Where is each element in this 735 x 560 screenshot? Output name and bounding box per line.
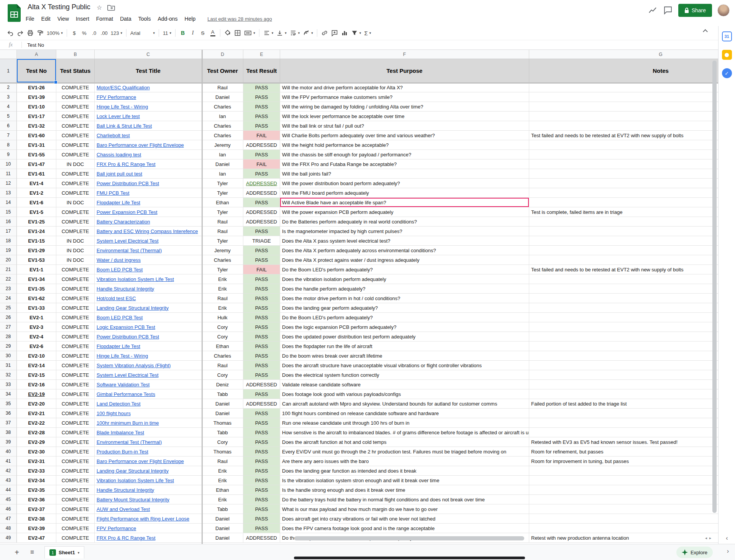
cell-test-title-link[interactable]: Battery Characterization: [95, 217, 202, 227]
show-side-panel-icon[interactable]: ›: [727, 548, 729, 555]
row-number[interactable]: 38: [0, 428, 17, 437]
cell-test-no[interactable]: EV2-21: [17, 409, 56, 418]
cell-test-title-link[interactable]: 100 flight hours: [95, 409, 202, 418]
cell-test-status[interactable]: COMPLETE: [56, 447, 95, 457]
cell-notes[interactable]: [529, 112, 718, 121]
cell-test-owner[interactable]: Hulk: [202, 313, 243, 322]
cell-test-owner[interactable]: Tabb: [202, 389, 243, 399]
cell-test-title-link[interactable]: 100hr minimum Burn in time: [95, 418, 202, 428]
filter-button[interactable]: ▾: [349, 28, 363, 38]
cell-test-purpose[interactable]: Does the updated power distribution test…: [280, 332, 529, 342]
cell-notes[interactable]: [529, 92, 718, 102]
cell-test-result[interactable]: PASS: [243, 524, 280, 533]
comments-icon[interactable]: [663, 5, 673, 15]
cell-test-owner[interactable]: Daniel: [202, 92, 243, 102]
cell-test-no[interactable]: EV2-34: [17, 476, 56, 485]
cell-test-purpose[interactable]: Does the flopdapter run the life of airc…: [280, 342, 529, 351]
cell-test-status[interactable]: COMPLETE: [56, 284, 95, 294]
cell-test-status[interactable]: COMPLETE: [56, 524, 95, 533]
cell-notes[interactable]: [529, 524, 718, 533]
cell-test-title-link[interactable]: FRX Pro & RC Range Test: [95, 159, 202, 169]
row-number[interactable]: 44: [0, 485, 17, 495]
cell-test-no[interactable]: EV1-4: [17, 179, 56, 188]
cell-test-status[interactable]: COMPLETE: [56, 332, 95, 342]
column-header-c[interactable]: C: [95, 50, 202, 59]
cell-test-status[interactable]: COMPLETE: [56, 313, 95, 322]
cell-test-title-link[interactable]: Flight Performance with Ring Lever Loose: [95, 514, 202, 524]
row-number[interactable]: 28: [0, 332, 17, 342]
cell-test-purpose[interactable]: Does the logic expansion PCB perform ade…: [280, 322, 529, 332]
cell-test-purpose[interactable]: Does the aircraft function at hot and co…: [280, 437, 529, 447]
cell-notes[interactable]: Room for refinement, but passes: [529, 447, 718, 457]
last-edit-link[interactable]: Last edit was 28 minutes ago: [207, 16, 272, 22]
cell-test-no[interactable]: EV1-34: [17, 274, 56, 284]
add-sheet-button[interactable]: +: [11, 547, 22, 558]
horizontal-align-button[interactable]: ▾: [262, 28, 275, 38]
cell-test-result[interactable]: PASS: [243, 447, 280, 457]
cell-test-result[interactable]: PASS: [243, 409, 280, 418]
row-number[interactable]: 23: [0, 284, 17, 294]
cell-test-title-link[interactable]: Power Expansion PCB Test: [95, 207, 202, 217]
cell-test-no[interactable]: EV2-10: [17, 351, 56, 361]
cell-test-result[interactable]: PASS: [243, 313, 280, 322]
cell-test-owner[interactable]: Daniel: [202, 514, 243, 524]
cell-test-title-link[interactable]: Land Detection Test: [95, 399, 202, 409]
cell-test-result[interactable]: PASS: [243, 504, 280, 514]
column-header-d[interactable]: D: [202, 50, 243, 59]
cell-test-purpose[interactable]: Does the handle perform adequately?: [280, 284, 529, 294]
cell-test-purpose[interactable]: Can aircraft autoland with Mpro and skyv…: [280, 399, 529, 409]
cell-notes[interactable]: [529, 389, 718, 399]
cell-test-owner[interactable]: Erik: [202, 303, 243, 313]
cell-test-purpose[interactable]: Will the lock lever performance be accep…: [280, 112, 529, 121]
cell-notes[interactable]: [529, 83, 718, 92]
sheet-tab[interactable]: 1 Sheet1 ▾: [44, 546, 84, 558]
menu-edit[interactable]: Edit: [38, 15, 54, 23]
menu-tools[interactable]: Tools: [135, 15, 154, 23]
column-header-b[interactable]: B: [56, 50, 95, 59]
cell-test-owner[interactable]: Tyler: [202, 207, 243, 217]
cell-test-purpose[interactable]: Will the motor and drive perform accepta…: [280, 83, 529, 92]
insert-comment-button[interactable]: [330, 28, 340, 38]
cell-test-no[interactable]: EV1-26: [17, 83, 56, 92]
cell-test-owner[interactable]: Tyler: [202, 179, 243, 188]
cell-test-owner[interactable]: Erik: [202, 495, 243, 504]
cell-test-title-link[interactable]: Logic Expansion PCB Test: [95, 322, 202, 332]
header-cell[interactable]: Test Owner: [202, 59, 243, 83]
cell-notes[interactable]: [529, 303, 718, 313]
horizontal-scrollbar[interactable]: [294, 536, 524, 540]
row-number[interactable]: 49: [0, 533, 17, 543]
cell-test-result[interactable]: PASS: [243, 198, 280, 207]
cell-notes[interactable]: Retested with EV3 as EV5 had known senso…: [529, 437, 718, 447]
menu-insert[interactable]: Insert: [72, 15, 93, 23]
cell-test-title-link[interactable]: Lock Lever Life test: [95, 112, 202, 121]
all-sheets-button[interactable]: ≡: [27, 547, 38, 558]
keep-icon[interactable]: [722, 50, 732, 60]
sheets-logo-icon[interactable]: [8, 4, 21, 22]
cell-test-owner[interactable]: Jeremy: [202, 140, 243, 150]
cell-test-status[interactable]: COMPLETE: [56, 342, 95, 351]
cell-test-no[interactable]: EV2-28: [17, 428, 56, 437]
row-number[interactable]: 21: [0, 265, 17, 274]
cell-test-result[interactable]: PASS: [243, 83, 280, 92]
row-number[interactable]: 12: [0, 179, 17, 188]
row-number[interactable]: 48: [0, 524, 17, 533]
cell-test-purpose[interactable]: Will the wiring be damaged by folding / …: [280, 102, 529, 112]
cell-notes[interactable]: [529, 409, 718, 418]
strikethrough-button[interactable]: S: [198, 28, 208, 38]
row-number[interactable]: 13: [0, 188, 17, 198]
cell-test-owner[interactable]: Charles: [202, 102, 243, 112]
cell-test-status[interactable]: COMPLETE: [56, 265, 95, 274]
cell-test-result[interactable]: ADDRESSED: [243, 140, 280, 150]
cell-test-no[interactable]: EV1-61: [17, 169, 56, 179]
cell-test-purpose[interactable]: Do the battery trays hold the battery in…: [280, 495, 529, 504]
cell-test-status[interactable]: COMPLETE: [56, 495, 95, 504]
menu-format[interactable]: Format: [93, 15, 116, 23]
cell-test-title-link[interactable]: Software Validation Test: [95, 380, 202, 389]
star-icon[interactable]: ☆: [97, 4, 102, 11]
cell-notes[interactable]: [529, 217, 718, 227]
cell-test-result[interactable]: PASS: [243, 332, 280, 342]
bold-button[interactable]: B: [178, 28, 188, 38]
cell-test-result[interactable]: FAIL: [243, 265, 280, 274]
share-button[interactable]: Share: [678, 4, 712, 17]
cell-test-no[interactable]: EV2-19: [17, 389, 56, 399]
